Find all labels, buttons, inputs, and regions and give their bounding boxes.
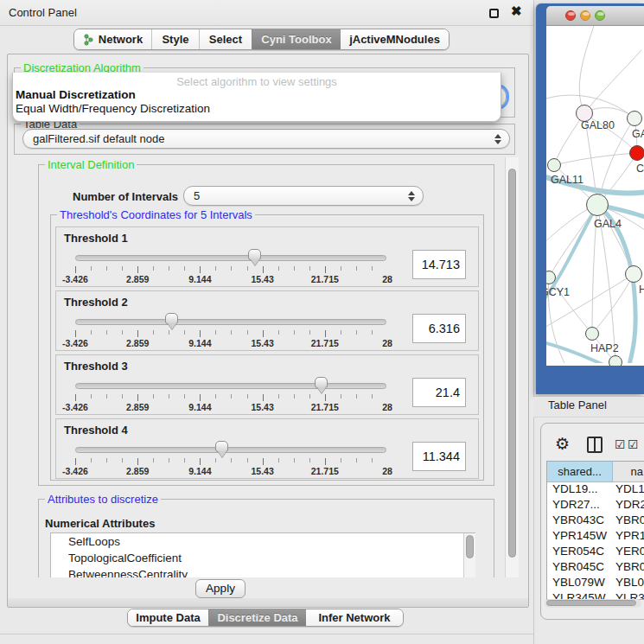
tick-label: 21.715	[311, 338, 339, 348]
checkbox-icon[interactable]: ☑	[628, 437, 639, 451]
tick-label: 28	[382, 274, 392, 284]
vertical-scrollbar[interactable]	[505, 157, 519, 577]
tab-discretize-data[interactable]: Discretize Data	[208, 609, 306, 626]
attribute-list-item[interactable]: TopologicalCoefficient	[51, 550, 475, 566]
slider-ticks	[75, 330, 387, 337]
network-node[interactable]	[629, 145, 644, 161]
node-attribute-table[interactable]: shared... na YDL19... YDL1 YDR27... YDR2…	[546, 461, 644, 600]
slider-ticks	[75, 266, 387, 273]
table-row[interactable]: YBR045C YBR0	[547, 560, 644, 576]
slider-ticks	[75, 394, 387, 401]
network-node[interactable]	[586, 194, 609, 216]
threshold-value-field[interactable]: 6.316	[412, 314, 466, 343]
network-node[interactable]	[546, 271, 556, 284]
apply-button[interactable]: Apply	[195, 579, 245, 598]
network-node[interactable]	[625, 265, 642, 283]
gear-icon[interactable]: ⚙	[555, 434, 570, 454]
tab-infer-network[interactable]: Infer Network	[306, 609, 403, 626]
network-canvas[interactable]: GAL80GACGAL11GAL4GCY1HHAP2	[546, 26, 644, 366]
network-nodes-layer: GAL80GACGAL11GAL4GCY1HHAP2	[546, 26, 644, 363]
column-header-shared-name[interactable]: shared...	[547, 462, 613, 482]
attribute-list[interactable]: SelfLoopsTopologicalCoefficientBetweenne…	[50, 532, 475, 577]
network-node[interactable]	[627, 111, 642, 126]
tab-select[interactable]: Select	[199, 29, 252, 49]
tab-jactivemnodules[interactable]: jActiveMNodules	[341, 29, 449, 49]
control-panel-titlebar	[0, 0, 533, 26]
threshold-panel-2: Threshold 2 -3.4262.8599.14415.4321.7152…	[55, 290, 479, 351]
slider-track[interactable]	[75, 255, 386, 261]
network-node[interactable]	[585, 327, 599, 341]
tick-label: 9.144	[188, 274, 211, 284]
network-node-label: GA	[632, 128, 644, 140]
num-intervals-combo[interactable]: 5	[183, 186, 424, 206]
dropdown-item-equal-width[interactable]: Equal Width/Frequency Discretization	[13, 102, 501, 116]
network-node-label: GAL4	[594, 218, 622, 230]
combo-arrows-icon	[408, 191, 415, 201]
tick-label: 28	[382, 402, 392, 412]
threshold-panel-3: Threshold 3 -3.4262.8599.14415.4321.7152…	[55, 354, 479, 415]
thresholds-group-title: Threshold's Coordinates for 5 Intervals	[57, 208, 255, 221]
tick-label: -3.426	[62, 274, 88, 284]
table-data-combo-value: galFiltered.sif default node	[33, 132, 164, 145]
tick-label: 2.859	[126, 466, 149, 476]
bottom-tab-bar: Impute Data Discretize Data Infer Networ…	[127, 609, 404, 627]
threshold-panel-4: Threshold 4 -3.4262.8599.14415.4321.7152…	[55, 418, 479, 479]
tick-label: 21.715	[311, 274, 339, 284]
slider-track[interactable]	[75, 447, 386, 453]
tick-label: 28	[382, 466, 392, 476]
tab-label: Network	[99, 33, 143, 46]
top-tab-bar: Network Style Select Cyni Toolbox jActiv…	[73, 29, 450, 50]
scrollbar-thumb[interactable]	[508, 169, 516, 558]
network-node[interactable]	[547, 158, 561, 172]
slider-thumb[interactable]	[215, 441, 228, 452]
table-row[interactable]: YDL19... YDL1	[547, 482, 644, 498]
tab-impute-data[interactable]: Impute Data	[128, 609, 208, 626]
scrollbar-thumb[interactable]	[546, 600, 636, 606]
attribute-list-item[interactable]: BetweennessCentrality	[51, 566, 475, 577]
network-icon	[83, 34, 94, 46]
network-window-titlebar[interactable]	[546, 6, 644, 26]
minimize-traffic-light[interactable]	[580, 10, 590, 21]
tick-label: 15.43	[251, 402, 273, 412]
threshold-value-field[interactable]: 14.713	[412, 250, 466, 279]
panel-title: Control Panel	[9, 0, 77, 26]
column-header-name[interactable]: na	[613, 462, 644, 482]
tick-label: 2.859	[126, 402, 149, 412]
slider-thumb[interactable]	[248, 249, 261, 260]
checkbox-icon[interactable]: ☑	[615, 437, 626, 451]
bottom-divider	[0, 634, 533, 634]
scrollbar-thumb[interactable]	[466, 535, 474, 558]
slider-thumb[interactable]	[165, 313, 178, 324]
dropdown-item-manual[interactable]: Manual Discretization	[13, 88, 501, 102]
tab-style[interactable]: Style	[151, 29, 199, 49]
network-node[interactable]	[609, 355, 622, 366]
attribute-list-item[interactable]: SelfLoops	[51, 533, 475, 550]
float-window-icon[interactable]	[489, 9, 499, 18]
tick-label: 9.144	[188, 402, 211, 412]
table-row[interactable]: YDR27... YDR2	[547, 498, 644, 513]
table-row[interactable]: YPR145W YPR1	[547, 529, 644, 545]
close-traffic-light[interactable]	[565, 10, 576, 21]
network-node-label: C	[636, 163, 644, 175]
tick-label: 21.715	[311, 466, 339, 476]
slider-track[interactable]	[75, 319, 386, 325]
zoom-traffic-light[interactable]	[595, 10, 605, 21]
algorithm-dropdown-popup: Select algorithm to view settings Manual…	[12, 73, 501, 122]
tab-cyni-toolbox[interactable]: Cyni Toolbox	[252, 29, 341, 49]
close-icon[interactable]: ✖	[511, 3, 522, 19]
threshold-value-field[interactable]: 11.344	[412, 442, 466, 471]
table-row[interactable]: YBL079W YBL0	[547, 576, 644, 591]
slider-thumb[interactable]	[315, 377, 328, 388]
threshold-value-field[interactable]: 21.4	[412, 378, 466, 407]
slider-ticks	[75, 458, 387, 465]
columns-icon[interactable]	[587, 437, 603, 453]
tab-network[interactable]: Network	[74, 29, 151, 49]
attribute-list-scrollbar[interactable]	[463, 533, 475, 577]
attributes-group-title: Attributes to discretize	[45, 493, 161, 506]
table-row[interactable]: YER054C YER0	[547, 545, 644, 560]
horizontal-scrollbar[interactable]	[545, 599, 641, 608]
network-window: GAL80GACGAL11GAL4GCY1HHAP2	[536, 3, 644, 394]
slider-track[interactable]	[75, 383, 386, 389]
table-data-combo[interactable]: galFiltered.sif default node	[22, 129, 510, 149]
table-row[interactable]: YBR043C YBR0	[547, 513, 644, 529]
